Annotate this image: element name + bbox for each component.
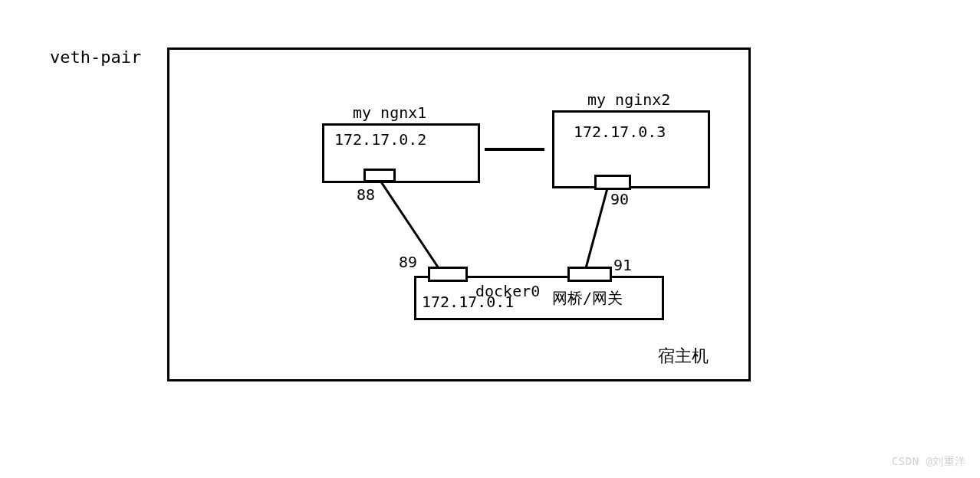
diagram-title: veth-pair [50,47,141,67]
host-label: 宿主机 [658,345,709,368]
veth-90-label: 90 [610,190,629,208]
veth-91-label: 91 [613,256,632,274]
bridge-role: 网桥/网关 [552,288,623,309]
nginx1-title: my ngnx1 [353,103,426,122]
bridge-right-port [567,267,612,282]
bridge-ip: 172.17.0.1 [422,293,514,311]
veth-89-label: 89 [399,253,417,271]
watermark: CSDN @刘重洋 [892,455,966,469]
nginx2-veth-port [594,175,631,190]
nginx1-veth-port [363,169,396,182]
nginx2-ip: 172.17.0.3 [574,123,666,141]
bridge-left-port [428,267,468,282]
veth-88-label: 88 [357,185,375,204]
nginx1-ip: 172.17.0.2 [334,130,426,149]
nginx2-title: my nginx2 [587,90,670,109]
